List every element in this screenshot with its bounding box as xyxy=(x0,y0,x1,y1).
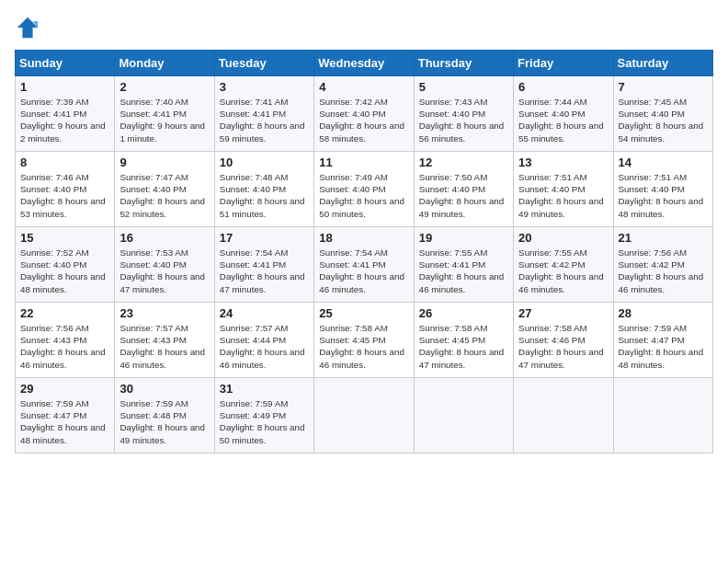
calendar-header-cell: Monday xyxy=(115,51,214,76)
calendar-cell: 20 Sunrise: 7:55 AM Sunset: 4:42 PM Dayl… xyxy=(514,227,613,303)
calendar-cell xyxy=(514,378,613,454)
day-detail: Sunrise: 7:46 AM Sunset: 4:40 PM Dayligh… xyxy=(20,171,109,220)
calendar-cell: 13 Sunrise: 7:51 AM Sunset: 4:40 PM Dayl… xyxy=(514,152,613,227)
day-number: 18 xyxy=(319,231,408,245)
header xyxy=(15,15,713,40)
calendar-cell: 23 Sunrise: 7:57 AM Sunset: 4:43 PM Dayl… xyxy=(115,303,214,378)
logo xyxy=(15,15,44,40)
calendar-cell: 19 Sunrise: 7:55 AM Sunset: 4:41 PM Dayl… xyxy=(414,227,513,303)
calendar-table: SundayMondayTuesdayWednesdayThursdayFrid… xyxy=(15,50,713,454)
svg-marker-0 xyxy=(17,17,38,38)
day-number: 29 xyxy=(20,382,109,396)
day-number: 31 xyxy=(220,382,309,396)
calendar-header: SundayMondayTuesdayWednesdayThursdayFrid… xyxy=(16,51,713,76)
day-detail: Sunrise: 7:44 AM Sunset: 4:40 PM Dayligh… xyxy=(518,96,608,144)
calendar-cell: 12 Sunrise: 7:50 AM Sunset: 4:40 PM Dayl… xyxy=(414,152,513,227)
day-number: 11 xyxy=(319,155,408,169)
calendar-cell: 15 Sunrise: 7:52 AM Sunset: 4:40 PM Dayl… xyxy=(16,227,115,303)
calendar-cell: 31 Sunrise: 7:59 AM Sunset: 4:49 PM Dayl… xyxy=(214,378,313,454)
calendar-header-cell: Tuesday xyxy=(214,51,313,76)
day-number: 16 xyxy=(119,231,209,245)
calendar-cell: 25 Sunrise: 7:58 AM Sunset: 4:45 PM Dayl… xyxy=(314,303,414,378)
day-number: 28 xyxy=(619,306,708,320)
day-detail: Sunrise: 7:48 AM Sunset: 4:40 PM Dayligh… xyxy=(220,171,309,220)
calendar-header-cell: Sunday xyxy=(16,51,115,76)
day-detail: Sunrise: 7:52 AM Sunset: 4:40 PM Dayligh… xyxy=(20,247,109,295)
calendar-cell: 18 Sunrise: 7:54 AM Sunset: 4:41 PM Dayl… xyxy=(314,227,414,303)
calendar-cell: 16 Sunrise: 7:53 AM Sunset: 4:40 PM Dayl… xyxy=(115,227,214,303)
day-number: 14 xyxy=(619,155,708,169)
calendar-cell: 22 Sunrise: 7:56 AM Sunset: 4:43 PM Dayl… xyxy=(16,303,115,378)
calendar-cell: 10 Sunrise: 7:48 AM Sunset: 4:40 PM Dayl… xyxy=(214,152,313,227)
day-number: 27 xyxy=(518,306,608,320)
page: SundayMondayTuesdayWednesdayThursdayFrid… xyxy=(0,0,728,563)
day-number: 3 xyxy=(220,80,309,94)
day-number: 2 xyxy=(119,80,209,94)
calendar-week-row: 15 Sunrise: 7:52 AM Sunset: 4:40 PM Dayl… xyxy=(16,227,713,303)
day-detail: Sunrise: 7:53 AM Sunset: 4:40 PM Dayligh… xyxy=(119,247,209,295)
day-detail: Sunrise: 7:57 AM Sunset: 4:43 PM Dayligh… xyxy=(119,322,209,371)
calendar-cell: 8 Sunrise: 7:46 AM Sunset: 4:40 PM Dayli… xyxy=(16,152,115,227)
calendar-cell: 11 Sunrise: 7:49 AM Sunset: 4:40 PM Dayl… xyxy=(314,152,414,227)
calendar-header-cell: Saturday xyxy=(613,51,712,76)
day-detail: Sunrise: 7:51 AM Sunset: 4:40 PM Dayligh… xyxy=(518,171,608,220)
day-detail: Sunrise: 7:41 AM Sunset: 4:41 PM Dayligh… xyxy=(220,96,309,144)
calendar-body: 1 Sunrise: 7:39 AM Sunset: 4:41 PM Dayli… xyxy=(16,76,713,454)
calendar-cell: 9 Sunrise: 7:47 AM Sunset: 4:40 PM Dayli… xyxy=(115,152,214,227)
calendar-cell: 3 Sunrise: 7:41 AM Sunset: 4:41 PM Dayli… xyxy=(214,76,313,152)
day-detail: Sunrise: 7:58 AM Sunset: 4:45 PM Dayligh… xyxy=(419,322,508,371)
day-number: 7 xyxy=(619,80,708,94)
day-detail: Sunrise: 7:39 AM Sunset: 4:41 PM Dayligh… xyxy=(20,96,109,144)
calendar-week-row: 1 Sunrise: 7:39 AM Sunset: 4:41 PM Dayli… xyxy=(16,76,713,152)
day-detail: Sunrise: 7:55 AM Sunset: 4:41 PM Dayligh… xyxy=(419,247,508,295)
day-detail: Sunrise: 7:58 AM Sunset: 4:46 PM Dayligh… xyxy=(518,322,608,371)
day-number: 4 xyxy=(319,80,408,94)
day-detail: Sunrise: 7:59 AM Sunset: 4:49 PM Dayligh… xyxy=(220,397,309,446)
calendar-cell: 1 Sunrise: 7:39 AM Sunset: 4:41 PM Dayli… xyxy=(16,76,115,152)
day-detail: Sunrise: 7:59 AM Sunset: 4:47 PM Dayligh… xyxy=(20,397,109,446)
day-number: 9 xyxy=(119,155,209,169)
day-number: 30 xyxy=(119,382,209,396)
day-detail: Sunrise: 7:57 AM Sunset: 4:44 PM Dayligh… xyxy=(220,322,309,371)
day-detail: Sunrise: 7:40 AM Sunset: 4:41 PM Dayligh… xyxy=(119,96,209,144)
day-number: 19 xyxy=(419,231,508,245)
day-detail: Sunrise: 7:42 AM Sunset: 4:40 PM Dayligh… xyxy=(319,96,408,144)
day-number: 22 xyxy=(20,306,109,320)
calendar-cell: 24 Sunrise: 7:57 AM Sunset: 4:44 PM Dayl… xyxy=(214,303,313,378)
day-number: 6 xyxy=(518,80,608,94)
day-detail: Sunrise: 7:54 AM Sunset: 4:41 PM Dayligh… xyxy=(319,247,408,295)
calendar-cell: 2 Sunrise: 7:40 AM Sunset: 4:41 PM Dayli… xyxy=(115,76,214,152)
calendar-cell: 21 Sunrise: 7:56 AM Sunset: 4:42 PM Dayl… xyxy=(613,227,712,303)
day-number: 26 xyxy=(419,306,508,320)
calendar-cell: 7 Sunrise: 7:45 AM Sunset: 4:40 PM Dayli… xyxy=(613,76,712,152)
calendar-week-row: 29 Sunrise: 7:59 AM Sunset: 4:47 PM Dayl… xyxy=(16,378,713,454)
calendar-cell: 26 Sunrise: 7:58 AM Sunset: 4:45 PM Dayl… xyxy=(414,303,513,378)
calendar-cell xyxy=(613,378,712,454)
calendar-cell: 5 Sunrise: 7:43 AM Sunset: 4:40 PM Dayli… xyxy=(414,76,513,152)
day-number: 1 xyxy=(20,80,109,94)
day-detail: Sunrise: 7:59 AM Sunset: 4:48 PM Dayligh… xyxy=(119,397,209,446)
day-number: 25 xyxy=(319,306,408,320)
day-detail: Sunrise: 7:59 AM Sunset: 4:47 PM Dayligh… xyxy=(619,322,708,371)
calendar-week-row: 22 Sunrise: 7:56 AM Sunset: 4:43 PM Dayl… xyxy=(16,303,713,378)
calendar-header-cell: Friday xyxy=(514,51,613,76)
day-number: 13 xyxy=(518,155,608,169)
day-number: 21 xyxy=(619,231,708,245)
calendar-week-row: 8 Sunrise: 7:46 AM Sunset: 4:40 PM Dayli… xyxy=(16,152,713,227)
day-detail: Sunrise: 7:45 AM Sunset: 4:40 PM Dayligh… xyxy=(619,96,708,144)
calendar-header-cell: Wednesday xyxy=(314,51,414,76)
day-detail: Sunrise: 7:43 AM Sunset: 4:40 PM Dayligh… xyxy=(419,96,508,144)
day-number: 12 xyxy=(419,155,508,169)
calendar-cell xyxy=(314,378,414,454)
day-number: 8 xyxy=(20,155,109,169)
day-detail: Sunrise: 7:58 AM Sunset: 4:45 PM Dayligh… xyxy=(319,322,408,371)
day-detail: Sunrise: 7:54 AM Sunset: 4:41 PM Dayligh… xyxy=(220,247,309,295)
calendar-cell: 29 Sunrise: 7:59 AM Sunset: 4:47 PM Dayl… xyxy=(16,378,115,454)
day-number: 23 xyxy=(119,306,209,320)
day-number: 24 xyxy=(220,306,309,320)
header-row: SundayMondayTuesdayWednesdayThursdayFrid… xyxy=(16,51,713,76)
calendar-header-cell: Thursday xyxy=(414,51,513,76)
day-detail: Sunrise: 7:56 AM Sunset: 4:43 PM Dayligh… xyxy=(20,322,109,371)
calendar-cell: 6 Sunrise: 7:44 AM Sunset: 4:40 PM Dayli… xyxy=(514,76,613,152)
day-number: 20 xyxy=(518,231,608,245)
